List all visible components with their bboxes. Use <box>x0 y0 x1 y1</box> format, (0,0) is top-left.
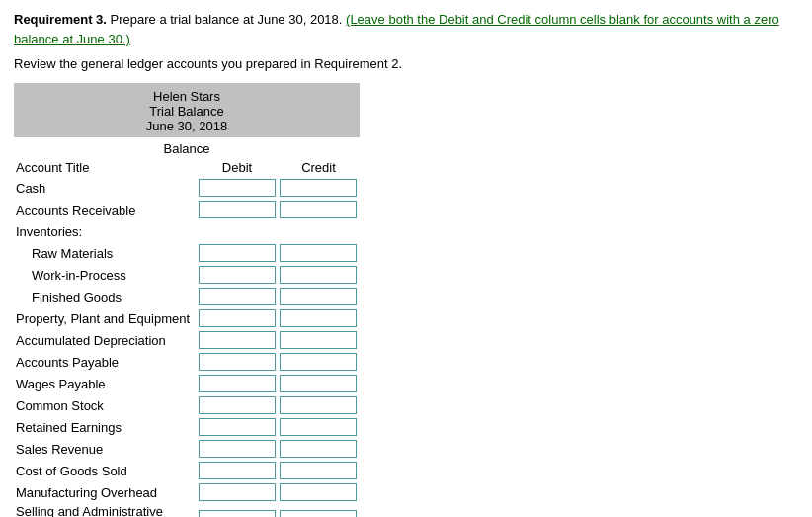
account-name-cell: Accounts Receivable <box>14 199 197 220</box>
report-title: Trial Balance <box>14 104 360 119</box>
credit-input-6[interactable] <box>280 309 357 327</box>
table-row: Property, Plant and Equipment <box>14 307 360 329</box>
account-name-cell: Finished Goods <box>14 286 197 307</box>
credit-cell <box>278 394 360 416</box>
credit-cell <box>278 438 360 460</box>
debit-input-15[interactable] <box>199 510 276 517</box>
debit-cell <box>197 503 278 517</box>
debit-cell <box>197 242 278 264</box>
account-name-cell: Manufacturing Overhead <box>14 481 197 503</box>
debit-cell <box>197 373 278 394</box>
account-name-cell: Cash <box>14 177 197 199</box>
debit-input-8[interactable] <box>199 353 276 371</box>
debit-input-5[interactable] <box>199 288 276 305</box>
table-row: Retained Earnings <box>14 416 360 438</box>
table-row: Selling and Administrative Expenses <box>14 503 360 517</box>
table-row: Raw Materials <box>14 242 360 264</box>
account-name-cell: Accounts Payable <box>14 351 197 373</box>
debit-input-0[interactable] <box>199 179 276 197</box>
balance-label: Balance <box>14 137 360 158</box>
account-title-header: Account Title <box>14 158 197 177</box>
credit-cell <box>278 329 360 351</box>
debit-cell <box>197 394 278 416</box>
account-name-cell: Work-in-Process <box>14 264 197 286</box>
debit-cell <box>197 460 278 481</box>
table-row: Work-in-Process <box>14 264 360 286</box>
account-name-cell: Cost of Goods Sold <box>14 460 197 481</box>
account-name-cell: Sales Revenue <box>14 438 197 460</box>
debit-input-7[interactable] <box>199 331 276 349</box>
company-name: Helen Stars <box>14 89 360 104</box>
debit-input-9[interactable] <box>199 375 276 392</box>
requirement-number: Requirement 3. <box>14 12 107 27</box>
debit-cell <box>197 286 278 307</box>
debit-cell <box>197 177 278 199</box>
credit-cell <box>278 177 360 199</box>
debit-input-10[interactable] <box>199 396 276 414</box>
credit-input-11[interactable] <box>280 418 357 436</box>
table-row: Accounts Payable <box>14 351 360 373</box>
credit-cell <box>278 351 360 373</box>
credit-input-14[interactable] <box>280 483 357 501</box>
account-name-cell: Accumulated Depreciation <box>14 329 197 351</box>
credit-input-0[interactable] <box>280 179 357 197</box>
table-row: Accounts Receivable <box>14 199 360 220</box>
debit-input-13[interactable] <box>199 462 276 479</box>
credit-input-8[interactable] <box>280 353 357 371</box>
table-row: Common Stock <box>14 394 360 416</box>
table-wrapper: Helen Stars Trial Balance June 30, 2018 … <box>14 83 360 517</box>
table-row: Cash <box>14 177 360 199</box>
credit-input-3[interactable] <box>280 244 357 262</box>
table-row: Accumulated Depreciation <box>14 329 360 351</box>
credit-input-15[interactable] <box>280 510 357 517</box>
table-row: Manufacturing Overhead <box>14 481 360 503</box>
debit-cell <box>197 481 278 503</box>
debit-input-11[interactable] <box>199 418 276 436</box>
credit-input-9[interactable] <box>280 375 357 392</box>
credit-cell <box>278 460 360 481</box>
debit-input-3[interactable] <box>199 244 276 262</box>
account-name-cell: Retained Earnings <box>14 416 197 438</box>
review-text: Review the general ledger accounts you p… <box>14 56 798 71</box>
account-name-cell: Raw Materials <box>14 242 197 264</box>
report-date: June 30, 2018 <box>14 119 360 133</box>
credit-input-1[interactable] <box>280 201 357 218</box>
debit-input-6[interactable] <box>199 309 276 327</box>
credit-cell <box>278 264 360 286</box>
debit-cell <box>197 264 278 286</box>
debit-cell <box>197 351 278 373</box>
credit-cell <box>278 416 360 438</box>
account-name-cell: Wages Payable <box>14 373 197 394</box>
credit-header: Credit <box>278 158 360 177</box>
credit-cell <box>278 286 360 307</box>
table-row: Sales Revenue <box>14 438 360 460</box>
debit-cell <box>197 307 278 329</box>
debit-input-1[interactable] <box>199 201 276 218</box>
trial-balance-table: Account Title Debit Credit CashAccounts … <box>14 158 360 517</box>
table-row: Finished Goods <box>14 286 360 307</box>
credit-input-7[interactable] <box>280 331 357 349</box>
credit-cell <box>278 503 360 517</box>
account-name-cell: Inventories: <box>14 220 197 242</box>
debit-input-14[interactable] <box>199 483 276 501</box>
table-row: Cost of Goods Sold <box>14 460 360 481</box>
credit-input-4[interactable] <box>280 266 357 284</box>
debit-header: Debit <box>197 158 278 177</box>
debit-input-4[interactable] <box>199 266 276 284</box>
debit-cell <box>197 199 278 220</box>
debit-cell <box>197 438 278 460</box>
credit-input-10[interactable] <box>280 396 357 414</box>
credit-input-5[interactable] <box>280 288 357 305</box>
debit-input-12[interactable] <box>199 440 276 458</box>
requirement-instruction: Prepare a trial balance at June 30, 2018… <box>111 12 343 27</box>
account-name-cell: Property, Plant and Equipment <box>14 307 197 329</box>
debit-cell <box>197 416 278 438</box>
credit-cell <box>278 307 360 329</box>
table-row: Wages Payable <box>14 373 360 394</box>
requirement-header: Requirement 3. Prepare a trial balance a… <box>14 10 798 48</box>
credit-cell <box>278 481 360 503</box>
account-name-cell: Selling and Administrative Expenses <box>14 503 197 517</box>
account-name-cell: Common Stock <box>14 394 197 416</box>
credit-input-13[interactable] <box>280 462 357 479</box>
credit-input-12[interactable] <box>280 440 357 458</box>
